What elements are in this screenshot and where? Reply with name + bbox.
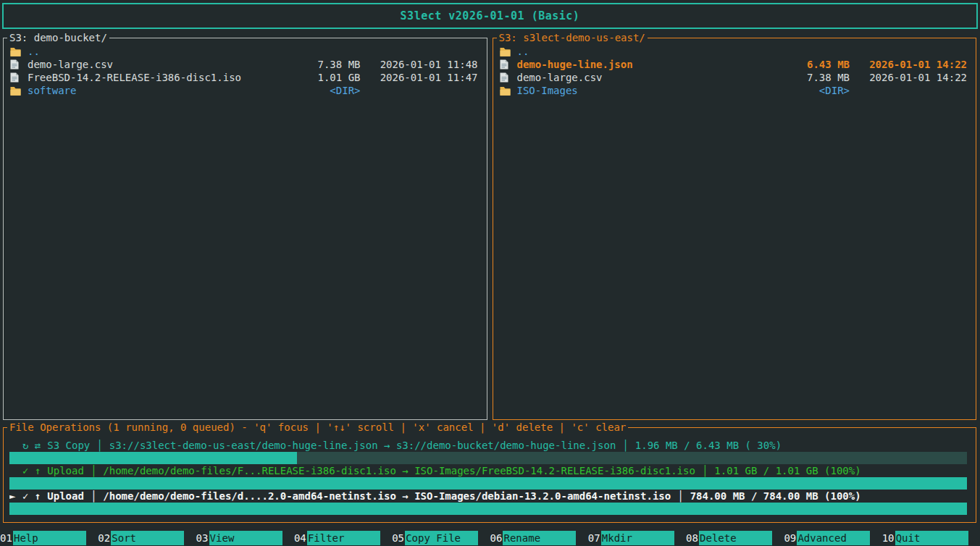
status-icons: ↻ ⇄ bbox=[22, 440, 41, 451]
operation-type-label: S3 Copy bbox=[47, 440, 90, 451]
function-key-label: Sort bbox=[111, 531, 184, 545]
left-panel[interactable]: S3: demo-bucket/ ..demo-large.csv7.38 MB… bbox=[3, 38, 487, 420]
file-name: ISO-Images bbox=[517, 84, 781, 97]
right-panel-file-list: ..demo-huge-line.json6.43 MB2026-01-01 1… bbox=[493, 38, 976, 97]
progress-text: 1.01 GB / 1.01 GB (100%) bbox=[714, 465, 860, 476]
left-panel-title: S3: demo-bucket/ bbox=[7, 32, 109, 44]
transfer-route: s3://s3lect-demo-us-east/demo-huge-line.… bbox=[109, 440, 616, 451]
file-name: .. bbox=[28, 45, 291, 58]
status-icons: ✓ ↑ bbox=[22, 465, 41, 476]
function-key-help[interactable]: 01Help bbox=[0, 531, 98, 545]
function-key-label: Copy File bbox=[405, 531, 478, 545]
selection-pointer-icon: ► bbox=[9, 490, 22, 503]
progress-text: 1.96 MB / 6.43 MB ( 30%) bbox=[635, 440, 782, 451]
function-key-rename[interactable]: 06Rename bbox=[490, 531, 587, 545]
function-key-label: View bbox=[209, 531, 282, 545]
function-key-number: 03 bbox=[196, 531, 209, 545]
left-panel-file-list: ..demo-large.csv7.38 MB2026-01-01 11:48F… bbox=[4, 38, 487, 97]
function-key-label: Delete bbox=[699, 531, 772, 545]
operation-item[interactable]: ↻ ⇄S3 Copy│s3://s3lect-demo-us-east/demo… bbox=[9, 439, 968, 464]
function-key-number: 09 bbox=[784, 531, 797, 545]
function-key-label: Advanced bbox=[797, 531, 870, 545]
app-title: S3lect v2026-01-01 (Basic) bbox=[401, 9, 580, 22]
function-key-view[interactable]: 03View bbox=[196, 531, 294, 545]
file-date: 2026-01-01 14:22 bbox=[861, 71, 967, 84]
operation-line: ►✓ ↑Upload│/home/demo/demo-files/d....2.… bbox=[9, 490, 968, 503]
separator: │ bbox=[91, 490, 96, 502]
function-key-label: Filter bbox=[307, 531, 380, 545]
function-key-bar: 01Help02Sort03View04Filter05Copy File06R… bbox=[0, 531, 980, 545]
right-panel-title: S3: s3lect-demo-us-east/ bbox=[497, 32, 648, 44]
progress-bar bbox=[9, 452, 967, 464]
function-key-number: 07 bbox=[588, 531, 601, 545]
file-icon bbox=[500, 59, 517, 70]
file-panels: S3: demo-bucket/ ..demo-large.csv7.38 MB… bbox=[3, 38, 976, 420]
file-name: software bbox=[28, 84, 291, 97]
operation-type-label: Upload bbox=[47, 465, 84, 476]
progress-bar bbox=[9, 503, 967, 515]
file-name: .. bbox=[517, 45, 781, 58]
file-date: 2026-01-01 14:22 bbox=[861, 58, 967, 71]
function-key-number: 05 bbox=[392, 531, 405, 545]
file-date: 2026-01-01 11:47 bbox=[372, 71, 478, 84]
function-key-number: 06 bbox=[490, 531, 503, 545]
file-row[interactable]: demo-large.csv7.38 MB2026-01-01 11:48 bbox=[4, 58, 487, 71]
separator: │ bbox=[677, 490, 683, 502]
separator: │ bbox=[622, 440, 628, 451]
file-name: FreeBSD-14.2-RELEASE-i386-disc1.iso bbox=[28, 71, 291, 84]
file-name: demo-large.csv bbox=[517, 71, 781, 84]
operation-line: ✓ ↑Upload│/home/demo/demo-files/F...RELE… bbox=[9, 464, 968, 477]
function-key-number: 08 bbox=[686, 531, 699, 545]
file-size: 7.38 MB bbox=[780, 71, 850, 84]
separator: │ bbox=[96, 440, 102, 451]
folder-icon bbox=[500, 47, 517, 56]
status-icons: ✓ ↑ bbox=[22, 490, 41, 502]
function-key-filter[interactable]: 04Filter bbox=[294, 531, 392, 545]
function-key-number: 02 bbox=[98, 531, 111, 545]
file-icon bbox=[10, 59, 28, 70]
function-key-sort[interactable]: 02Sort bbox=[98, 531, 196, 545]
file-size: 6.43 MB bbox=[780, 58, 850, 71]
dir-row[interactable]: .. bbox=[4, 45, 487, 58]
dir-row[interactable]: ISO-Images<DIR> bbox=[493, 84, 976, 97]
dir-row[interactable]: software<DIR> bbox=[4, 84, 487, 97]
file-row[interactable]: demo-large.csv7.38 MB2026-01-01 14:22 bbox=[493, 71, 976, 84]
file-size: <DIR> bbox=[780, 84, 850, 97]
function-key-delete[interactable]: 08Delete bbox=[686, 531, 784, 545]
function-key-quit[interactable]: 10Quit bbox=[882, 531, 980, 545]
progress-bar bbox=[9, 477, 967, 490]
app-screen: S3lect v2026-01-01 (Basic) S3: demo-buck… bbox=[0, 0, 980, 546]
right-panel[interactable]: S3: s3lect-demo-us-east/ ..demo-huge-lin… bbox=[493, 38, 977, 420]
progress-fill bbox=[9, 503, 967, 515]
function-key-label: Quit bbox=[895, 531, 968, 545]
function-key-copy-file[interactable]: 05Copy File bbox=[392, 531, 490, 545]
operation-item[interactable]: ►✓ ↑Upload│/home/demo/demo-files/d....2.… bbox=[9, 490, 968, 515]
progress-fill bbox=[9, 477, 967, 490]
operation-line: ↻ ⇄S3 Copy│s3://s3lect-demo-us-east/demo… bbox=[9, 439, 968, 452]
file-icon bbox=[10, 72, 28, 83]
file-row[interactable]: FreeBSD-14.2-RELEASE-i386-disc1.iso1.01 … bbox=[4, 71, 487, 84]
file-name: demo-large.csv bbox=[28, 58, 291, 71]
operation-item[interactable]: ✓ ↑Upload│/home/demo/demo-files/F...RELE… bbox=[9, 464, 968, 490]
file-row[interactable]: demo-huge-line.json6.43 MB2026-01-01 14:… bbox=[493, 58, 976, 71]
function-key-label: Mkdir bbox=[601, 531, 674, 545]
file-icon bbox=[500, 72, 517, 83]
function-key-label: Help bbox=[13, 531, 86, 545]
transfer-route: /home/demo/demo-files/F...RELEASE-i386-d… bbox=[103, 465, 695, 476]
file-operations-panel[interactable]: File Operations (1 running, 0 queued) - … bbox=[3, 427, 976, 523]
file-size: <DIR> bbox=[291, 84, 361, 97]
dir-row[interactable]: .. bbox=[493, 45, 976, 58]
file-size: 1.01 GB bbox=[291, 71, 361, 84]
folder-icon bbox=[500, 86, 517, 96]
function-key-mkdir[interactable]: 07Mkdir bbox=[588, 531, 686, 545]
file-date: 2026-01-01 11:48 bbox=[372, 58, 478, 71]
file-size: 7.38 MB bbox=[291, 58, 361, 71]
folder-icon bbox=[10, 47, 28, 56]
file-operations-header: File Operations (1 running, 0 queued) - … bbox=[7, 421, 628, 434]
transfer-route: /home/demo/demo-files/d....2.0-amd64-net… bbox=[103, 490, 671, 502]
separator: │ bbox=[91, 465, 96, 476]
function-key-label: Rename bbox=[503, 531, 576, 545]
function-key-advanced[interactable]: 09Advanced bbox=[784, 531, 881, 545]
file-name: demo-huge-line.json bbox=[517, 58, 781, 71]
progress-fill bbox=[9, 452, 297, 464]
